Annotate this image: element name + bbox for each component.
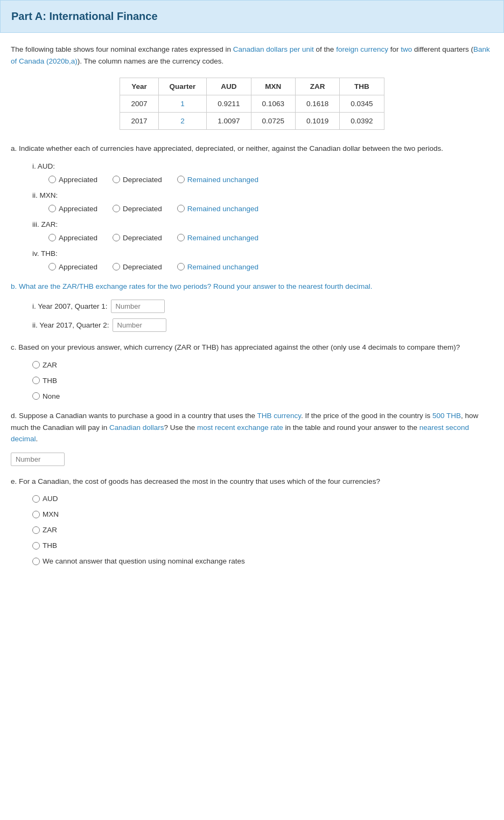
- aud-remained-label: Remained unchanged: [187, 176, 258, 184]
- question-c-block: c. Based on your previous answer, which …: [11, 342, 493, 400]
- mxn-remained-option[interactable]: Remained unchanged: [177, 205, 258, 213]
- input-row-q2-2017: ii. Year 2017, Quarter 2:: [32, 318, 493, 332]
- question-d-text: d. Suppose a Canadian wants to purchase …: [11, 410, 493, 445]
- cell-quarter-2: 2: [158, 113, 207, 130]
- question-c-text: c. Based on your previous answer, which …: [11, 342, 493, 353]
- page-header: Part A: International Finance: [0, 0, 504, 33]
- thb-radio-group: Appreciated Depreciated Remained unchang…: [48, 263, 493, 271]
- exchange-rate-table: Year Quarter AUD MXN ZAR THB 2007 1 0.92…: [120, 78, 384, 130]
- e-thb-label: THB: [43, 541, 57, 550]
- col-header-thb: THB: [340, 78, 384, 95]
- table-row: 2017 2 1.0097 0.0725 0.1019 0.0392: [120, 113, 384, 130]
- q1-2007-input[interactable]: [111, 300, 165, 313]
- zar-appreciated-label: Appreciated: [59, 234, 97, 242]
- c-thb-radio[interactable]: [32, 377, 40, 384]
- cell-aud-1: 0.9211: [207, 95, 251, 113]
- mxn-label: ii. MXN:: [32, 191, 493, 199]
- sub-question-aud: i. AUD: Appreciated Depreciated Remained…: [32, 162, 493, 184]
- thb-remained-radio[interactable]: [177, 263, 185, 270]
- e-zar-radio[interactable]: [32, 526, 40, 534]
- e-aud-label: AUD: [43, 495, 58, 503]
- question-e-text: e. For a Canadian, the cost of goods has…: [11, 476, 493, 488]
- main-content: The following table shows four nominal e…: [0, 44, 504, 596]
- mxn-appreciated-label: Appreciated: [59, 205, 97, 213]
- col-header-zar: ZAR: [295, 78, 339, 95]
- e-mxn-label: MXN: [43, 510, 59, 518]
- c-none-option[interactable]: None: [32, 392, 478, 400]
- e-mxn-radio[interactable]: [32, 511, 40, 518]
- question-d-input[interactable]: [11, 453, 65, 466]
- c-none-radio[interactable]: [32, 392, 40, 400]
- zar-appreciated-radio[interactable]: [48, 234, 56, 241]
- mxn-appreciated-option[interactable]: Appreciated: [48, 205, 97, 213]
- cell-mxn-1: 0.1063: [251, 95, 295, 113]
- c-zar-radio[interactable]: [32, 361, 40, 369]
- aud-remained-option[interactable]: Remained unchanged: [177, 176, 258, 184]
- question-b-block: b. What are the ZAR/THB exchange rates f…: [11, 281, 493, 332]
- mxn-depreciated-option[interactable]: Depreciated: [113, 205, 162, 213]
- mxn-depreciated-label: Depreciated: [123, 205, 162, 213]
- input-row-q1-2007: i. Year 2007, Quarter 1:: [32, 300, 493, 313]
- aud-radio-group: Appreciated Depreciated Remained unchang…: [48, 176, 493, 184]
- thb-appreciated-radio[interactable]: [48, 263, 56, 270]
- page-title: Part A: International Finance: [11, 10, 493, 23]
- mxn-radio-group: Appreciated Depreciated Remained unchang…: [48, 205, 493, 213]
- zar-remained-option[interactable]: Remained unchanged: [177, 234, 258, 242]
- aud-appreciated-radio[interactable]: [48, 176, 56, 183]
- table-row: 2007 1 0.9211 0.1063 0.1618 0.0345: [120, 95, 384, 113]
- e-aud-radio[interactable]: [32, 495, 40, 503]
- mxn-depreciated-radio[interactable]: [113, 205, 120, 212]
- question-e-block: e. For a Canadian, the cost of goods has…: [11, 476, 493, 566]
- cell-zar-2: 0.1019: [295, 113, 339, 130]
- e-mxn-option[interactable]: MXN: [32, 510, 478, 518]
- cell-thb-1: 0.0345: [340, 95, 384, 113]
- aud-remained-radio[interactable]: [177, 176, 185, 183]
- mxn-remained-label: Remained unchanged: [187, 205, 258, 213]
- thb-remained-label: Remained unchanged: [187, 263, 258, 271]
- zar-depreciated-radio[interactable]: [113, 234, 120, 241]
- q1-2007-label: i. Year 2007, Quarter 1:: [32, 302, 108, 310]
- col-header-quarter: Quarter: [158, 78, 207, 95]
- cell-thb-2: 0.0392: [340, 113, 384, 130]
- thb-appreciated-option[interactable]: Appreciated: [48, 263, 97, 271]
- c-none-label: None: [43, 392, 60, 400]
- zar-remained-radio[interactable]: [177, 234, 185, 241]
- aud-depreciated-option[interactable]: Depreciated: [113, 176, 162, 184]
- question-a-block: a. Indicate whether each of currencies h…: [11, 143, 493, 271]
- thb-label: iv. THB:: [32, 249, 493, 258]
- cell-year-2: 2017: [120, 113, 158, 130]
- question-d-block: d. Suppose a Canadian wants to purchase …: [11, 410, 493, 466]
- thb-remained-option[interactable]: Remained unchanged: [177, 263, 258, 271]
- q2-2017-input[interactable]: [113, 318, 166, 332]
- mxn-remained-radio[interactable]: [177, 205, 185, 212]
- cell-year-1: 2007: [120, 95, 158, 113]
- zar-appreciated-option[interactable]: Appreciated: [48, 234, 97, 242]
- cell-zar-1: 0.1618: [295, 95, 339, 113]
- question-a-text: a. Indicate whether each of currencies h…: [11, 143, 493, 155]
- aud-depreciated-radio[interactable]: [113, 176, 120, 183]
- aud-appreciated-option[interactable]: Appreciated: [48, 176, 97, 184]
- zar-remained-label: Remained unchanged: [187, 234, 258, 242]
- aud-label: i. AUD:: [32, 162, 493, 170]
- zar-label: iii. ZAR:: [32, 220, 493, 228]
- thb-depreciated-radio[interactable]: [113, 263, 120, 270]
- c-zar-label: ZAR: [43, 361, 57, 369]
- e-aud-option[interactable]: AUD: [32, 495, 478, 503]
- zar-radio-group: Appreciated Depreciated Remained unchang…: [48, 234, 493, 242]
- c-zar-option[interactable]: ZAR: [32, 361, 478, 369]
- question-e-radio-group: AUD MXN ZAR THB We cannot answer that qu…: [32, 495, 493, 565]
- thb-depreciated-label: Depreciated: [123, 263, 162, 271]
- thb-depreciated-option[interactable]: Depreciated: [113, 263, 162, 271]
- e-zar-label: ZAR: [43, 526, 57, 534]
- e-cannot-label: We cannot answer that question using nom…: [43, 557, 245, 565]
- cell-aud-2: 1.0097: [207, 113, 251, 130]
- e-cannot-option[interactable]: We cannot answer that question using nom…: [32, 557, 478, 565]
- e-cannot-radio[interactable]: [32, 558, 40, 565]
- aud-appreciated-label: Appreciated: [59, 176, 97, 184]
- zar-depreciated-option[interactable]: Depreciated: [113, 234, 162, 242]
- c-thb-option[interactable]: THB: [32, 377, 478, 385]
- e-zar-option[interactable]: ZAR: [32, 526, 478, 534]
- mxn-appreciated-radio[interactable]: [48, 205, 56, 212]
- e-thb-radio[interactable]: [32, 542, 40, 550]
- e-thb-option[interactable]: THB: [32, 541, 478, 550]
